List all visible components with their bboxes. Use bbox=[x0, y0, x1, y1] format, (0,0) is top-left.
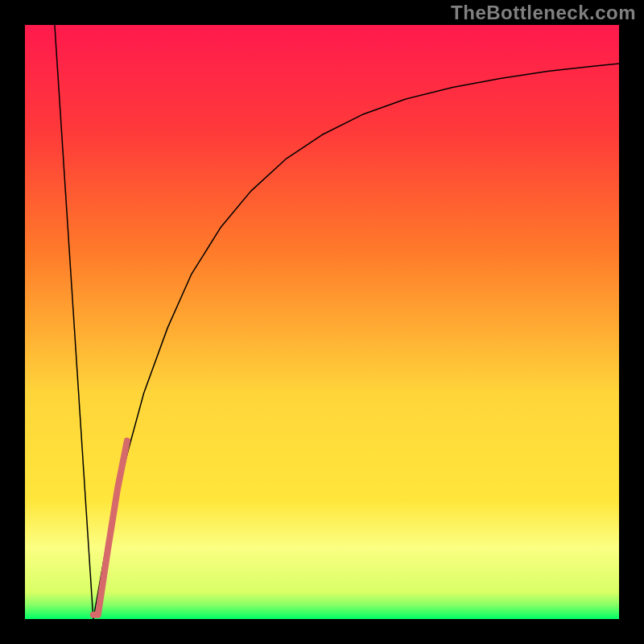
chart-frame: TheBottleneck.com bbox=[0, 0, 644, 644]
watermark-text: TheBottleneck.com bbox=[451, 2, 636, 24]
plot-area bbox=[25, 25, 619, 619]
plot-svg bbox=[25, 25, 619, 619]
